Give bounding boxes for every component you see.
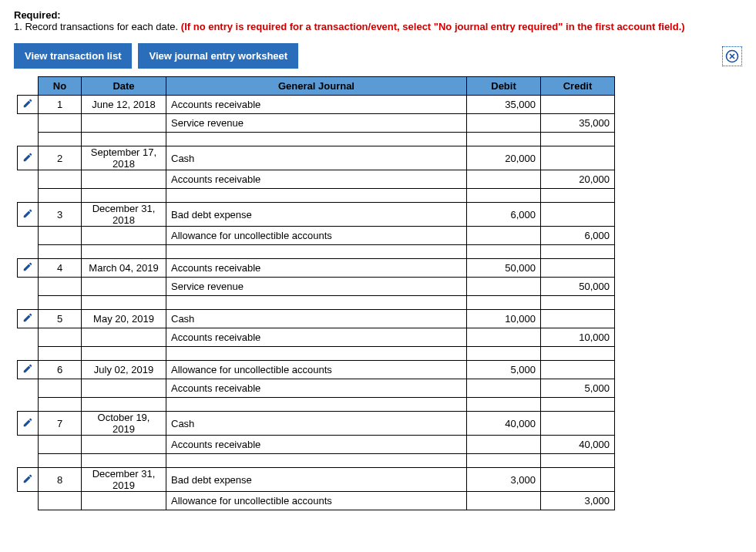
debit-cell[interactable]: 10,000 bbox=[467, 310, 541, 328]
credit-cell[interactable]: 50,000 bbox=[541, 278, 615, 296]
spacer-row bbox=[18, 245, 615, 259]
entry-date bbox=[82, 170, 166, 189]
credit-cell[interactable]: 35,000 bbox=[541, 114, 615, 133]
pencil-icon bbox=[22, 473, 33, 484]
edit-entry-button[interactable] bbox=[18, 203, 39, 227]
entry-number: 6 bbox=[39, 361, 82, 379]
credit-cell[interactable]: 3,000 bbox=[541, 492, 615, 510]
col-credit: Credit bbox=[541, 77, 615, 96]
account-cell[interactable]: Allowance for uncollectible accounts bbox=[166, 227, 467, 245]
edit-entry-button[interactable] bbox=[18, 468, 39, 492]
journal-row: Accounts receivable10,000 bbox=[18, 328, 615, 347]
toolbar: View transaction list View journal entry… bbox=[14, 43, 742, 69]
credit-cell[interactable]: 6,000 bbox=[541, 227, 615, 245]
debit-cell[interactable]: 20,000 bbox=[467, 146, 541, 170]
edit-entry-button[interactable] bbox=[18, 412, 39, 436]
journal-row: 1June 12, 2018Accounts receivable35,000 bbox=[18, 96, 615, 114]
edit-entry-button[interactable] bbox=[18, 310, 39, 328]
entry-number bbox=[39, 436, 82, 454]
spacer-row bbox=[18, 189, 615, 203]
spacer-row bbox=[18, 454, 615, 468]
edit-entry-button[interactable] bbox=[18, 259, 39, 278]
account-cell[interactable]: Accounts receivable bbox=[166, 436, 467, 454]
entry-date bbox=[82, 379, 166, 398]
entry-number: 2 bbox=[39, 146, 82, 170]
account-cell[interactable]: Bad debt expense bbox=[166, 203, 467, 227]
entry-date bbox=[82, 278, 166, 296]
required-label: Required: bbox=[14, 9, 61, 21]
col-debit: Debit bbox=[467, 77, 541, 96]
entry-number bbox=[39, 227, 82, 245]
account-cell[interactable]: Accounts receivable bbox=[166, 379, 467, 398]
journal-row: 6July 02, 2019Allowance for uncollectibl… bbox=[18, 361, 615, 379]
view-transaction-list-button[interactable]: View transaction list bbox=[14, 43, 132, 69]
credit-cell[interactable] bbox=[541, 203, 615, 227]
edit-entry-button[interactable] bbox=[18, 96, 39, 114]
credit-cell[interactable] bbox=[541, 259, 615, 278]
debit-cell[interactable]: 5,000 bbox=[467, 361, 541, 379]
account-cell[interactable]: Accounts receivable bbox=[166, 96, 467, 114]
journal-row: Service revenue50,000 bbox=[18, 278, 615, 296]
credit-cell[interactable] bbox=[541, 468, 615, 492]
credit-cell[interactable] bbox=[541, 310, 615, 328]
account-cell[interactable]: Bad debt expense bbox=[166, 468, 467, 492]
journal-row: 3December 31, 2018Bad debt expense6,000 bbox=[18, 203, 615, 227]
account-cell[interactable]: Cash bbox=[166, 412, 467, 436]
entry-number bbox=[39, 114, 82, 133]
table-header-row: No Date General Journal Debit Credit bbox=[18, 77, 615, 96]
debit-cell[interactable]: 35,000 bbox=[467, 96, 541, 114]
view-journal-worksheet-button[interactable]: View journal entry worksheet bbox=[138, 43, 298, 69]
journal-row: 4March 04, 2019Accounts receivable50,000 bbox=[18, 259, 615, 278]
debit-cell[interactable]: 3,000 bbox=[467, 468, 541, 492]
account-cell[interactable]: Service revenue bbox=[166, 278, 467, 296]
pencil-icon bbox=[22, 208, 33, 219]
account-cell[interactable]: Accounts receivable bbox=[166, 328, 467, 347]
debit-cell[interactable] bbox=[467, 227, 541, 245]
journal-row: Allowance for uncollectible accounts6,00… bbox=[18, 227, 615, 245]
account-cell[interactable]: Allowance for uncollectible accounts bbox=[166, 361, 467, 379]
credit-cell[interactable] bbox=[541, 96, 615, 114]
account-cell[interactable]: Service revenue bbox=[166, 114, 467, 133]
debit-cell[interactable]: 50,000 bbox=[467, 259, 541, 278]
credit-cell[interactable] bbox=[541, 412, 615, 436]
debit-cell[interactable]: 6,000 bbox=[467, 203, 541, 227]
debit-cell[interactable] bbox=[467, 114, 541, 133]
journal-row: Accounts receivable5,000 bbox=[18, 379, 615, 398]
journal-row: 5May 20, 2019Cash10,000 bbox=[18, 310, 615, 328]
clear-button[interactable] bbox=[722, 46, 742, 66]
pencil-icon bbox=[22, 261, 33, 272]
spacer-row bbox=[18, 296, 615, 310]
entry-date bbox=[82, 227, 166, 245]
debit-cell[interactable] bbox=[467, 436, 541, 454]
account-cell[interactable]: Accounts receivable bbox=[166, 170, 467, 189]
journal-row: 7October 19, 2019Cash40,000 bbox=[18, 412, 615, 436]
debit-cell[interactable]: 40,000 bbox=[467, 412, 541, 436]
debit-cell[interactable] bbox=[467, 328, 541, 347]
account-cell[interactable]: Cash bbox=[166, 146, 467, 170]
credit-cell[interactable]: 20,000 bbox=[541, 170, 615, 189]
entry-number: 8 bbox=[39, 468, 82, 492]
instruction-number: 1. bbox=[14, 21, 22, 32]
spacer-row bbox=[18, 133, 615, 146]
entry-number bbox=[39, 278, 82, 296]
col-general-journal: General Journal bbox=[166, 77, 467, 96]
edit-entry-button[interactable] bbox=[18, 361, 39, 379]
debit-cell[interactable] bbox=[467, 170, 541, 189]
credit-cell[interactable]: 10,000 bbox=[541, 328, 615, 347]
credit-cell[interactable] bbox=[541, 146, 615, 170]
account-cell[interactable]: Cash bbox=[166, 310, 467, 328]
pencil-icon bbox=[22, 152, 33, 163]
close-circle-icon bbox=[725, 49, 739, 63]
account-cell[interactable]: Allowance for uncollectible accounts bbox=[166, 492, 467, 510]
debit-cell[interactable] bbox=[467, 278, 541, 296]
edit-entry-button[interactable] bbox=[18, 146, 39, 170]
debit-cell[interactable] bbox=[467, 379, 541, 398]
credit-cell[interactable]: 5,000 bbox=[541, 379, 615, 398]
debit-cell[interactable] bbox=[467, 492, 541, 510]
account-cell[interactable]: Accounts receivable bbox=[166, 259, 467, 278]
credit-cell[interactable]: 40,000 bbox=[541, 436, 615, 454]
entry-date bbox=[82, 114, 166, 133]
credit-cell[interactable] bbox=[541, 361, 615, 379]
journal-row: Accounts receivable20,000 bbox=[18, 170, 615, 189]
entry-number bbox=[39, 492, 82, 510]
